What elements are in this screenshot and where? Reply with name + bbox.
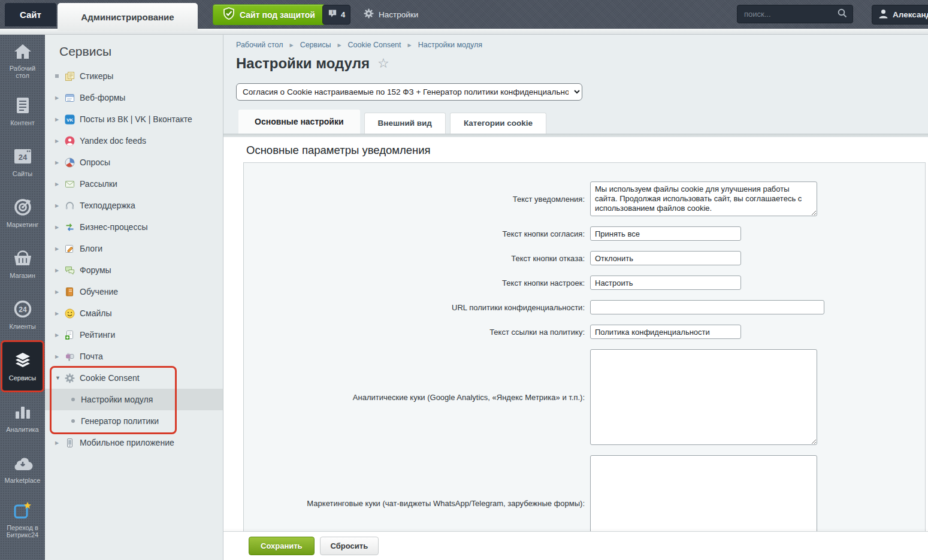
chevron-down-icon: ▼	[55, 375, 65, 381]
content-area: Рабочий стол▶Сервисы▶Cookie Consent▶Наст…	[223, 35, 928, 560]
svg-text:VK: VK	[66, 117, 73, 122]
rail-item-desktop[interactable]: Рабочий стол	[0, 35, 45, 86]
sidebar-item-mail[interactable]: ▶Почта	[45, 346, 223, 367]
form-row-notification-text: Текст уведомления:	[244, 181, 925, 216]
mobile-icon	[65, 438, 75, 448]
bullet-icon	[71, 419, 81, 423]
user-menu-button[interactable]: Александр	[872, 5, 928, 25]
top-bar-strip: Сайт Администрирование Сайт под защитой …	[0, 0, 928, 29]
sidebar-item-cookie-consent[interactable]: ▼Cookie Consent	[45, 367, 223, 389]
form-footer: Сохранить Сбросить	[223, 531, 928, 560]
sidebar-item-business-processes[interactable]: ▶Бизнес-процессы	[45, 216, 223, 238]
sidebar-item-vk-posts[interactable]: ▶VKПосты из ВК | VK | Вконтакте	[45, 108, 223, 130]
sidebar-item-smiles[interactable]: ▶Смайлы	[45, 302, 223, 324]
sidebar-item-forums[interactable]: ▶Форумы	[45, 259, 223, 281]
sidebar-menu: Стикеры▶Веб-формы▶VKПосты из ВК | VK | В…	[45, 65, 223, 453]
rail-item-marketing[interactable]: Маркетинг	[0, 187, 45, 238]
reset-button[interactable]: Сбросить	[320, 537, 379, 555]
chevron-right-icon: ▶	[55, 440, 65, 446]
marketing-cookies-field[interactable]	[590, 455, 817, 532]
field-label: Маркетинговые куки (чат-виджеты WhatsApp…	[244, 499, 590, 508]
sidebar-item-label: Мобильное приложение	[80, 438, 174, 447]
bitrix24-icon	[13, 501, 32, 520]
settings-button-text-field[interactable]	[590, 276, 741, 290]
sidebar-item-label: Бизнес-процессы	[80, 222, 147, 232]
sidebar-item-learning[interactable]: ▶Обучение	[45, 281, 223, 302]
sidebar-item-label: Настройки модуля	[81, 395, 153, 404]
notifications-count: 4	[341, 10, 345, 19]
sidebar-item-stickers[interactable]: Стикеры	[45, 65, 223, 87]
save-button[interactable]: Сохранить	[249, 537, 315, 555]
sidebar-item-web-forms[interactable]: ▶Веб-формы	[45, 87, 223, 108]
tab-appearance[interactable]: Внешний вид	[364, 113, 446, 134]
accept-button-text-field[interactable]	[590, 226, 741, 241]
rail-item-clients[interactable]: 24Клиенты	[0, 289, 45, 340]
rail-item-services[interactable]: Сервисы	[1, 340, 44, 392]
rail-item-marketplace[interactable]: Marketplace	[0, 443, 45, 494]
site-protected-label: Сайт под защитой	[240, 10, 315, 20]
rail-item-bitrix24[interactable]: Переход в Битрикс24	[0, 494, 45, 545]
decline-button-text-field[interactable]	[590, 251, 741, 265]
breadcrumb-separator-icon: ▶	[337, 43, 341, 48]
breadcrumb-link[interactable]: Сервисы	[300, 41, 331, 49]
sidebar-item-label: Опросы	[80, 158, 110, 167]
chevron-right-icon: ▶	[55, 246, 65, 252]
left-rail: Рабочий столКонтент24СайтыМаркетингМагаз…	[0, 35, 45, 560]
tab-main-settings[interactable]: Основные настройки	[238, 110, 360, 134]
field-label: Текст ссылки на политику:	[244, 328, 590, 337]
field-label: Текст кнопки отказа:	[244, 254, 590, 263]
bullet-icon	[55, 74, 65, 78]
sidebar-item-policy-generator[interactable]: Генератор политики	[45, 410, 223, 432]
sidebar-item-module-settings[interactable]: Настройки модуля	[45, 389, 223, 410]
rail-item-analytics[interactable]: Аналитика	[0, 392, 45, 443]
breadcrumb-link[interactable]: Рабочий стол	[236, 41, 283, 49]
sidebar-heading: Сервисы	[59, 44, 223, 59]
chevron-right-icon: ▶	[55, 332, 65, 338]
sidebar-item-polls[interactable]: ▶Опросы	[45, 152, 223, 173]
rail-item-sites[interactable]: 24Сайты	[0, 137, 45, 187]
sidebar-item-newsletters[interactable]: ▶Рассылки	[45, 173, 223, 195]
learning-icon	[65, 287, 75, 297]
rail-item-label: Магазин	[3, 272, 43, 279]
sidebar-item-ratings[interactable]: ▶Рейтинги	[45, 324, 223, 346]
chevron-right-icon: ▶	[55, 181, 65, 187]
chevron-right-icon: ▶	[55, 160, 65, 165]
settings-menu-button[interactable]: Настройки	[364, 8, 418, 20]
admin-page: Сайт Администрирование Сайт под защитой …	[0, 0, 928, 560]
rail-item-label: Сервисы	[3, 374, 43, 382]
policy-link-text-field[interactable]	[590, 325, 741, 339]
sidebar-item-label: Генератор политики	[81, 416, 159, 426]
form-row-policy-link-text: Текст ссылки на политику:	[244, 325, 925, 339]
bullet-icon	[71, 398, 81, 401]
search-box	[737, 5, 853, 23]
tab-cookie-categories[interactable]: Категории cookie	[450, 113, 546, 134]
notification-text-field[interactable]	[590, 181, 817, 216]
rail-item-label: Маркетинг	[3, 221, 43, 228]
breadcrumb-link[interactable]: Настройки модуля	[418, 41, 482, 49]
search-icon[interactable]	[838, 8, 847, 20]
rail-item-content[interactable]: Контент	[0, 86, 45, 137]
favorite-star-icon[interactable]: ☆	[377, 56, 389, 71]
breadcrumb-link[interactable]: Cookie Consent	[348, 41, 401, 49]
notifications-badge[interactable]: i 4	[322, 5, 350, 25]
sidebar-item-mobile-app[interactable]: ▶Мобильное приложение	[45, 432, 223, 453]
site-tab[interactable]: Сайт	[5, 3, 56, 26]
home-icon	[14, 41, 32, 60]
administration-tab[interactable]: Администрирование	[58, 3, 198, 31]
sidebar-item-support[interactable]: ▶Техподдержка	[45, 195, 223, 216]
chevron-right-icon: ▶	[55, 225, 65, 230]
sidebar-item-label: Почта	[80, 352, 103, 361]
sidebar-item-yandex-doc-feeds[interactable]: ▶Yandex doc feeds	[45, 130, 223, 152]
preset-select[interactable]: Согласия о Cookie настраиваемые по 152 Ф…	[236, 83, 582, 101]
content-body: Основные параметры уведомления Текст уве…	[223, 137, 928, 560]
rail-item-label: Marketplace	[3, 477, 43, 484]
sidebar-item-blogs[interactable]: ▶Блоги	[45, 238, 223, 259]
main-row: Рабочий столКонтент24СайтыМаркетингМагаз…	[0, 35, 928, 560]
analytics-cookies-field[interactable]	[590, 349, 817, 445]
policy-url-field[interactable]	[590, 300, 824, 314]
site-protected-button[interactable]: Сайт под защитой	[213, 4, 325, 25]
search-input[interactable]	[743, 9, 838, 19]
rail-item-shop[interactable]: Магазин	[0, 238, 45, 289]
forum-icon	[65, 265, 75, 276]
section-heading: Основные параметры уведомления	[246, 144, 431, 157]
